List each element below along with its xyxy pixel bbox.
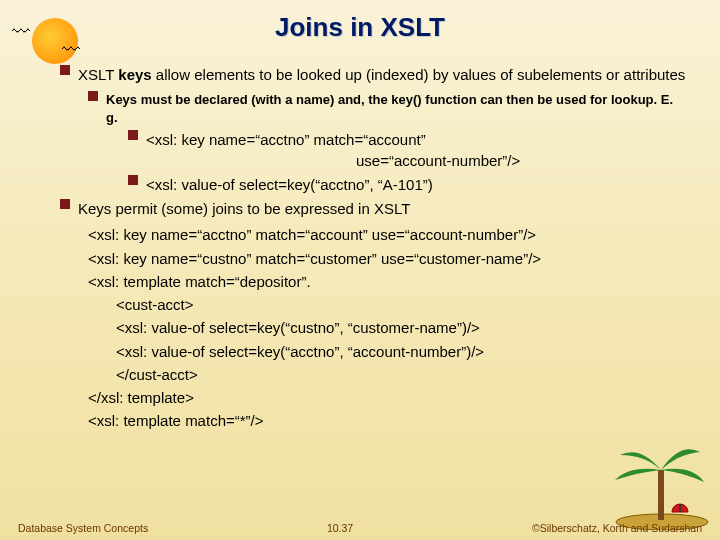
bullet-1-text-post: allow elements to be looked up (indexed)… (152, 66, 686, 83)
palm-decor (600, 440, 710, 530)
code-line: </xsl: template> (88, 388, 686, 408)
svg-rect-1 (658, 470, 664, 520)
code-line: </cust-acct> (116, 365, 686, 385)
code-key-b: use=“account-number”/> (356, 151, 520, 171)
slide-title: Joins in XSLT (0, 0, 720, 43)
code-key-a: <xsl: key name=“acctno” match=“account” (146, 131, 426, 148)
bullet-2: Keys permit (some) joins to be expressed… (60, 199, 686, 219)
code-line: <xsl: key name=“custno” match=“customer”… (88, 249, 686, 269)
code-line: <xsl: template match=“*”/> (88, 411, 686, 431)
code-line: <xsl: value-of select=key(“acctno”, “acc… (116, 342, 686, 362)
code-line: <xsl: key name=“acctno” match=“account” … (88, 225, 686, 245)
square-bullet-icon (60, 65, 70, 75)
code-line: <xsl: template match=“depositor”. (88, 272, 686, 292)
footer: Database System Concepts 10.37 ©Silbersc… (0, 522, 720, 534)
code-line: <cust-acct> (116, 295, 686, 315)
bullet-1-1-1: <xsl: key name=“acctno” match=“account” … (128, 130, 686, 171)
code-line: <xsl: value-of select=key(“custno”, “cus… (116, 318, 686, 338)
bullet-1: XSLT keys allow elements to be looked up… (60, 65, 686, 85)
footer-left: Database System Concepts (18, 522, 148, 534)
bullet-1-1: Keys must be declared (with a name) and,… (88, 91, 686, 126)
code-valueof-a101: <xsl: value-of select=key(“acctno”, “A-1… (146, 175, 433, 195)
square-bullet-icon (128, 175, 138, 185)
square-bullet-icon (88, 91, 98, 101)
footer-slide-number: 10.37 (327, 522, 353, 534)
bullet-1-text-bold: keys (118, 66, 151, 83)
bullet-1-text-pre: XSLT (78, 66, 118, 83)
bullet-1-1-text: Keys must be declared (with a name) and,… (106, 91, 686, 126)
square-bullet-icon (60, 199, 70, 209)
bullet-2-text: Keys permit (some) joins to be expressed… (78, 199, 410, 219)
footer-copyright: ©Silberschatz, Korth and Sudarshan (532, 522, 702, 534)
slide-content: XSLT keys allow elements to be looked up… (0, 43, 720, 432)
square-bullet-icon (128, 130, 138, 140)
bullet-1-1-2: <xsl: value-of select=key(“acctno”, “A-1… (128, 175, 686, 195)
